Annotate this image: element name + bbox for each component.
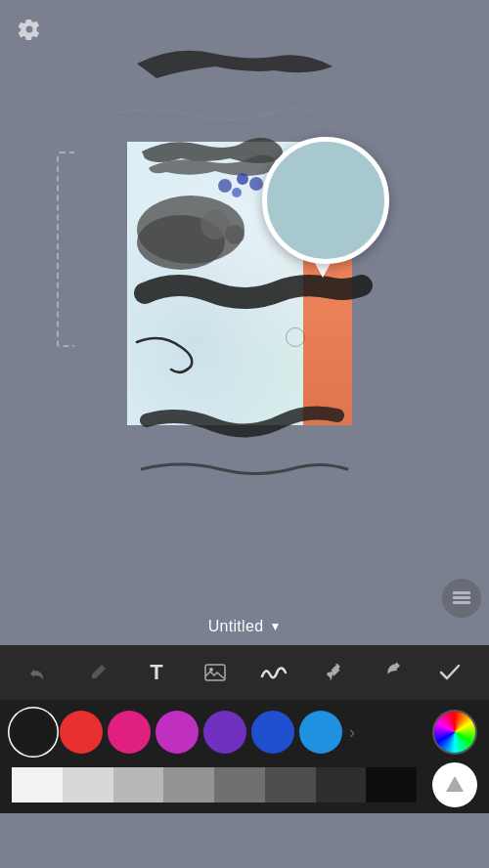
color-red[interactable]: [60, 711, 103, 754]
gray-swatch-2[interactable]: [63, 767, 113, 803]
color-picker-bubble[interactable]: [262, 137, 389, 264]
eyedropper-button[interactable]: [311, 651, 354, 694]
gray-swatch-4[interactable]: [163, 767, 214, 803]
canvas-area[interactable]: Untitled ▼: [0, 0, 489, 645]
image-button[interactable]: [194, 651, 237, 694]
color-purple[interactable]: [203, 711, 246, 754]
grayscale-row: [12, 767, 417, 803]
layers-button[interactable]: [442, 579, 481, 618]
gray-swatch-7[interactable]: [316, 767, 367, 803]
scribble-button[interactable]: [252, 651, 295, 694]
title-area[interactable]: Untitled ▼: [0, 618, 489, 635]
palette-area: ›: [0, 700, 489, 813]
svg-rect-8: [453, 601, 470, 604]
color-blue[interactable]: [251, 711, 294, 754]
undo-button[interactable]: [18, 651, 61, 694]
eraser-button[interactable]: [432, 762, 477, 807]
color-black[interactable]: [12, 711, 55, 754]
svg-rect-9: [453, 596, 470, 599]
confirm-button[interactable]: [428, 651, 471, 694]
canvas-indicator: [286, 327, 305, 347]
color-lightblue[interactable]: [299, 711, 342, 754]
gray-swatch-5[interactable]: [214, 767, 265, 803]
text-button[interactable]: T: [135, 651, 178, 694]
more-colors-indicator: ›: [349, 722, 355, 743]
gray-swatch-3[interactable]: [113, 767, 164, 803]
color-pink[interactable]: [108, 711, 151, 754]
size-bracket[interactable]: [57, 152, 74, 347]
color-dots-row: ›: [12, 711, 432, 754]
color-wheel-button[interactable]: [432, 710, 477, 755]
color-magenta[interactable]: [156, 711, 199, 754]
redo-button[interactable]: [370, 651, 413, 694]
text-icon: T: [150, 660, 162, 685]
svg-rect-10: [453, 591, 470, 594]
pencil-button[interactable]: [76, 651, 119, 694]
gray-swatch-6[interactable]: [265, 767, 316, 803]
settings-button[interactable]: [14, 14, 45, 45]
svg-marker-13: [446, 776, 464, 792]
gray-swatch-1[interactable]: [12, 767, 63, 803]
gray-swatch-8[interactable]: [366, 767, 417, 803]
toolbar: T: [0, 645, 489, 700]
eraser-btn-wrapper: [424, 762, 477, 807]
canvas-title: Untitled: [208, 618, 264, 635]
title-chevron: ▼: [269, 620, 281, 633]
